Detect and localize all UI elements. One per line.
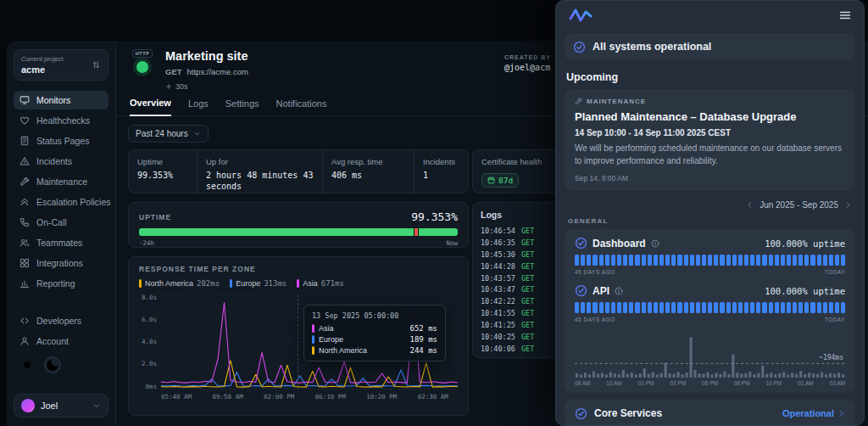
log-method: GET — [521, 297, 534, 305]
sidebar-item-incidents[interactable]: Incidents — [14, 152, 108, 171]
sidebar-item-status-pages[interactable]: Status Pages — [14, 132, 108, 150]
on-call-icon — [19, 217, 30, 227]
uptime-day-bar — [787, 302, 791, 313]
created-by-label: CREATED BY — [504, 54, 551, 60]
uptime-day-bar — [829, 302, 833, 313]
status-page-logo-icon[interactable] — [568, 6, 593, 25]
project-selector[interactable]: Current project acme — [14, 49, 108, 81]
tooltip-series-name: Asia — [319, 324, 334, 333]
sidebar-item-maintenance[interactable]: Maintenance — [14, 172, 108, 191]
sparkline-x-tick: 01 PM — [638, 380, 654, 386]
uptime-day-bar — [599, 255, 604, 266]
uptime-day-bar — [708, 255, 712, 266]
y-tick: 2.0s — [142, 361, 157, 367]
legend-name: Asia — [303, 279, 318, 288]
date-range-text: Jun 2025 - Sep 2025 — [760, 200, 838, 210]
response-time-chart[interactable]: 13 Sep 2025 05:00:00 Asia652 msEurope189… — [161, 294, 458, 390]
uptime-value: 99.353% — [411, 210, 458, 223]
legend-item[interactable]: Asia671ms — [297, 279, 344, 288]
light-theme-icon[interactable] — [19, 356, 36, 373]
uptime-day-bar — [804, 255, 809, 266]
legend-item[interactable]: North America202ms — [139, 279, 220, 288]
legend-value: 313ms — [264, 279, 287, 288]
y-tick: 0ms — [145, 384, 157, 390]
uptime-day-bar — [611, 255, 615, 266]
time-range-select[interactable]: Past 24 hours — [128, 125, 209, 143]
uptime-day-bar — [835, 302, 839, 313]
user-menu[interactable]: Joel — [14, 394, 108, 418]
log-method: GET — [521, 285, 534, 294]
menu-icon[interactable] — [838, 8, 852, 22]
y-tick: 4.0s — [142, 339, 157, 345]
uptime-day-bar — [665, 255, 670, 266]
sort-icon — [92, 60, 101, 70]
tab-settings[interactable]: Settings — [225, 98, 259, 115]
log-method: GET — [521, 250, 534, 259]
check-circle-icon — [575, 237, 587, 249]
service-uptime-bars[interactable] — [575, 255, 845, 266]
x-tick: 09:50 AM — [213, 393, 243, 401]
uptime-day-bar — [671, 302, 676, 313]
uptime-day-bar — [829, 255, 833, 266]
created-by: CREATED BY @joel@acm — [504, 54, 551, 72]
developers-icon — [19, 316, 30, 326]
sidebar-item-escalation-policies[interactable]: Escalation Policies — [14, 193, 108, 211]
tab-overview[interactable]: Overview — [130, 98, 171, 116]
sparkline-x-tick: 03 PM — [670, 380, 686, 386]
maintenance-title: Planned Maintenance – Database Upgrade — [575, 110, 845, 123]
sidebar-item-account[interactable]: Account — [14, 332, 108, 350]
maintenance-description: We will be performing scheduled maintena… — [575, 143, 845, 167]
monitor-url[interactable]: https://acme.com — [187, 67, 248, 76]
uptime-day-bar — [817, 255, 821, 266]
account-icon — [19, 336, 30, 346]
maintenance-window: 14 Sep 10:00 - 14 Sep 11:00 2025 CEST — [575, 128, 845, 137]
range-start: 45 DAYS AGO — [575, 269, 615, 275]
status-pages-icon — [19, 136, 30, 146]
legend-color — [230, 279, 232, 288]
x-tick: 06:10 PM — [315, 393, 346, 401]
sidebar-item-healthchecks[interactable]: Healthchecks — [14, 111, 108, 130]
stat-value: 2 hours 48 minutes 43 seconds — [206, 170, 314, 192]
log-method: GET — [521, 262, 534, 271]
sidebar-item-monitors[interactable]: Monitors — [14, 91, 108, 109]
upcoming-heading: Upcoming — [566, 71, 854, 83]
sidebar-item-label: Monitors — [36, 95, 70, 105]
uptime-day-bar — [750, 255, 754, 266]
sparkline-canvas — [575, 334, 845, 378]
log-method: GET — [521, 345, 534, 353]
operational-link[interactable]: Operational — [782, 408, 845, 418]
tab-notifications[interactable]: Notifications — [276, 98, 327, 115]
tab-logs[interactable]: Logs — [188, 98, 209, 115]
uptime-day-bar — [732, 302, 737, 313]
uptime-day-bar — [732, 255, 737, 266]
series-north-america — [161, 361, 458, 387]
log-time: 10:44:28 — [481, 262, 515, 271]
date-range-nav: Jun 2025 - Sep 2025 — [568, 200, 852, 210]
sidebar-item-label: Status Pages — [36, 136, 89, 146]
project-label: Current project — [21, 55, 64, 63]
chevron-down-icon — [193, 130, 201, 137]
sidebar-item-on-call[interactable]: On-Call — [14, 213, 108, 232]
x-tick: 02:00 PM — [264, 393, 294, 401]
sparkline-x-tick: 08 AM — [575, 380, 590, 386]
legend-item[interactable]: Europe313ms — [230, 279, 287, 288]
sidebar-item-teammates[interactable]: Teammates — [14, 233, 108, 252]
maintenance-card[interactable]: MAINTENANCE Planned Maintenance – Databa… — [565, 89, 855, 191]
check-frequency-value: 30s — [175, 82, 188, 91]
core-services-row[interactable]: Core Services Operational — [565, 400, 855, 426]
sparkline-x-tick: 06 PM — [702, 380, 718, 386]
sidebar-secondary-nav: DevelopersAccount — [14, 311, 108, 350]
log-method: GET — [521, 238, 534, 247]
sidebar-item-reporting[interactable]: Reporting — [14, 274, 108, 293]
x-axis-labels: 05:40 AM09:50 AM02:00 PM06:10 PM10:20 PM… — [161, 393, 458, 403]
uptime-bar[interactable] — [139, 228, 458, 236]
service-range-labels: 45 DAYS AGOTODAY — [575, 317, 845, 322]
y-tick: 6.0s — [142, 317, 157, 323]
dark-theme-icon[interactable] — [44, 356, 61, 373]
chevron-right-icon[interactable] — [844, 201, 852, 209]
uptime-day-bar — [684, 302, 688, 313]
service-uptime-bars[interactable] — [575, 302, 845, 313]
sidebar-item-integrations[interactable]: Integrations — [14, 254, 108, 272]
chevron-left-icon[interactable] — [746, 201, 754, 209]
sidebar-item-developers[interactable]: Developers — [14, 311, 108, 330]
